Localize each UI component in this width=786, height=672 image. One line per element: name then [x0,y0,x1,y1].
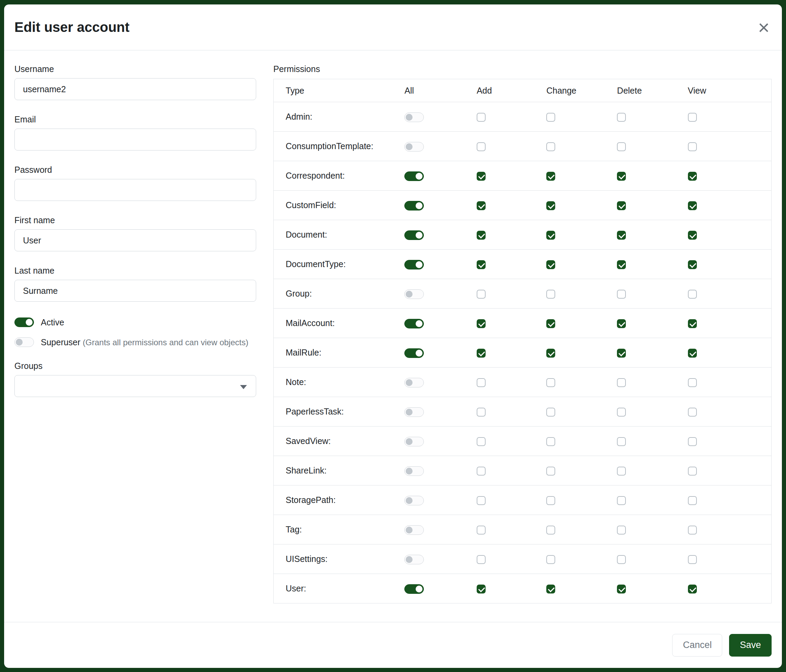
permission-delete-checkbox[interactable] [617,290,626,298]
permission-add-checkbox[interactable] [477,319,486,328]
permission-change-checkbox[interactable] [546,555,555,564]
active-toggle[interactable] [14,317,34,327]
permission-all-toggle[interactable] [404,231,424,240]
permission-add-checkbox[interactable] [477,408,486,416]
permission-change-checkbox[interactable] [546,231,555,240]
permission-change-checkbox[interactable] [546,466,555,476]
permission-all-toggle[interactable] [404,466,424,476]
permission-delete-checkbox[interactable] [617,496,626,505]
permission-delete-checkbox[interactable] [617,584,626,593]
permission-delete-checkbox[interactable] [617,349,626,358]
permission-delete-checkbox[interactable] [617,437,626,446]
permission-add-checkbox[interactable] [477,584,486,593]
permission-add-checkbox[interactable] [477,555,486,564]
permission-delete-checkbox[interactable] [617,408,626,416]
permission-add-checkbox[interactable] [477,201,486,210]
permission-view-checkbox[interactable] [688,172,697,181]
permission-all-toggle[interactable] [404,171,424,181]
superuser-toggle[interactable] [14,338,34,347]
permission-view-checkbox[interactable] [688,466,697,476]
permission-view-checkbox[interactable] [688,142,697,151]
permission-add-checkbox[interactable] [477,526,486,534]
permission-delete-checkbox[interactable] [617,172,626,181]
groups-select[interactable] [14,375,256,397]
permission-all-toggle[interactable] [404,437,424,446]
permission-view-checkbox[interactable] [688,260,697,269]
permission-view-checkbox[interactable] [688,555,697,564]
permission-view-checkbox[interactable] [688,319,697,328]
permission-change-checkbox[interactable] [546,496,555,505]
permission-add-checkbox[interactable] [477,142,486,151]
permission-delete-checkbox[interactable] [617,260,626,269]
permission-view-checkbox[interactable] [688,496,697,505]
permission-all-toggle[interactable] [404,113,424,122]
close-button[interactable]: × [756,17,772,38]
active-toggle-row: Active [14,316,256,328]
permission-all-toggle[interactable] [404,496,424,506]
permission-all-toggle[interactable] [404,319,424,328]
permission-change-checkbox[interactable] [546,378,555,387]
permission-delete-checkbox[interactable] [617,319,626,328]
permission-change-checkbox[interactable] [546,142,555,151]
permission-add-checkbox[interactable] [477,496,486,505]
permission-view-checkbox[interactable] [688,113,697,122]
last-name-input[interactable] [14,280,256,302]
permission-add-checkbox[interactable] [477,172,486,181]
permission-delete-checkbox[interactable] [617,555,626,564]
permission-change-checkbox[interactable] [546,290,555,298]
permission-all-toggle[interactable] [404,201,424,210]
permission-all-toggle[interactable] [404,289,424,299]
permission-view-checkbox[interactable] [688,584,697,593]
permission-change-checkbox[interactable] [546,260,555,269]
permission-change-checkbox[interactable] [546,319,555,328]
password-input[interactable] [14,179,256,201]
permission-delete-checkbox[interactable] [617,231,626,240]
permission-change-checkbox[interactable] [546,172,555,181]
permission-view-checkbox[interactable] [688,349,697,358]
permission-add-checkbox[interactable] [477,231,486,240]
permission-change-checkbox[interactable] [546,113,555,122]
cancel-button[interactable]: Cancel [672,634,722,656]
permission-delete-checkbox[interactable] [617,201,626,210]
save-button[interactable]: Save [729,634,772,656]
permission-add-checkbox[interactable] [477,260,486,269]
permission-delete-checkbox[interactable] [617,113,626,122]
permission-view-checkbox[interactable] [688,526,697,534]
permission-add-checkbox[interactable] [477,349,486,358]
permission-add-checkbox[interactable] [477,466,486,476]
permission-delete-checkbox[interactable] [617,526,626,534]
permission-change-checkbox[interactable] [546,201,555,210]
permission-add-checkbox[interactable] [477,290,486,298]
permission-row: DocumentType: [274,250,772,279]
permission-add-checkbox[interactable] [477,378,486,387]
permission-change-checkbox[interactable] [546,584,555,593]
permission-all-toggle[interactable] [404,378,424,388]
permission-all-toggle[interactable] [404,407,424,417]
permission-change-checkbox[interactable] [546,408,555,416]
permission-add-checkbox[interactable] [477,113,486,122]
permission-change-checkbox[interactable] [546,349,555,358]
permission-change-checkbox[interactable] [546,526,555,534]
permission-delete-checkbox[interactable] [617,466,626,476]
permission-view-checkbox[interactable] [688,378,697,387]
permission-change-checkbox[interactable] [546,437,555,446]
permission-view-checkbox[interactable] [688,290,697,298]
permission-all-toggle[interactable] [404,525,424,535]
permission-all-toggle[interactable] [404,260,424,270]
permission-delete-checkbox[interactable] [617,142,626,151]
permission-all-toggle[interactable] [404,349,424,358]
permission-all-toggle[interactable] [404,142,424,152]
username-input[interactable] [14,78,256,100]
permission-all-toggle[interactable] [404,555,424,564]
permission-view-checkbox[interactable] [688,201,697,210]
permission-add-checkbox[interactable] [477,437,486,446]
permission-row: MailAccount: [274,309,772,338]
permission-all-toggle[interactable] [404,584,424,594]
permission-type-label: Correspondent: [274,161,405,191]
permission-view-checkbox[interactable] [688,437,697,446]
permission-delete-checkbox[interactable] [617,378,626,387]
permission-view-checkbox[interactable] [688,408,697,416]
permission-view-checkbox[interactable] [688,231,697,240]
first-name-input[interactable] [14,229,256,251]
email-input[interactable] [14,129,256,151]
